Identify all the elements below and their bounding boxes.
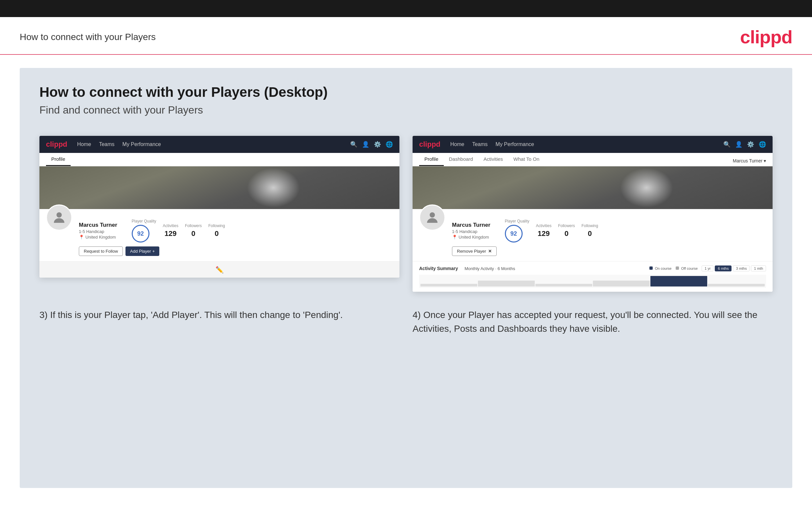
- right-activity-summary: Activity Summary Monthly Activity · 6 Mo…: [413, 261, 773, 292]
- left-player-handicap: 1-5 Handicap: [79, 229, 117, 234]
- right-following-label: Following: [581, 223, 598, 228]
- right-quality-label: Player Quality: [505, 219, 529, 223]
- main-content: How to connect with your Players (Deskto…: [20, 68, 792, 488]
- right-avatar: [419, 205, 445, 231]
- right-navbar: clippd Home Teams My Performance 🔍 👤 ⚙️ …: [413, 136, 773, 153]
- left-nav-home[interactable]: Home: [77, 142, 91, 147]
- left-app-logo: clippd: [46, 140, 67, 149]
- right-user-icon[interactable]: 👤: [735, 141, 742, 148]
- left-nav-icons: 🔍 👤 ⚙️ 🌐: [350, 141, 393, 148]
- remove-player-button[interactable]: Remove Player ✕: [452, 246, 497, 256]
- right-app-logo: clippd: [419, 140, 441, 149]
- right-tabs-left: Profile Dashboard Activities What To On: [419, 153, 545, 166]
- svg-point-1: [429, 212, 435, 218]
- left-caption-item: 3) If this is your Player tap, 'Add Play…: [39, 308, 399, 336]
- left-flag-icon[interactable]: 🌐: [386, 141, 393, 148]
- right-stat-followers: Followers 0: [558, 223, 575, 238]
- period-btn-1mth[interactable]: 1 mth: [751, 266, 766, 271]
- left-following-label: Following: [208, 223, 225, 228]
- left-avatar: [46, 205, 72, 231]
- page-footer: Copyright Clippd 2022: [0, 501, 812, 507]
- left-player-location: 📍 United Kingdom: [79, 235, 117, 239]
- left-quality-label: Player Quality: [132, 219, 156, 223]
- left-golf-bg: [39, 166, 399, 209]
- right-stat-activities: Activities 129: [536, 223, 552, 238]
- left-navbar: clippd Home Teams My Performance 🔍 👤 ⚙️ …: [39, 136, 399, 153]
- left-stat-quality: Player Quality 92: [132, 219, 156, 242]
- period-btn-1yr[interactable]: 1 yr: [702, 266, 713, 271]
- right-activity-period: Monthly Activity · 6 Months: [464, 266, 515, 271]
- right-tab-profile[interactable]: Profile: [419, 153, 444, 166]
- right-activity-chart: [419, 275, 766, 288]
- left-search-icon[interactable]: 🔍: [350, 141, 357, 148]
- remove-x-icon: ✕: [488, 249, 492, 253]
- right-tab-what-to-on[interactable]: What To On: [508, 153, 545, 166]
- right-tabs: Profile Dashboard Activities What To On …: [413, 153, 773, 166]
- right-on-course-legend: On course: [649, 267, 672, 270]
- period-btn-3mths[interactable]: 3 mths: [733, 266, 750, 271]
- right-nav-home[interactable]: Home: [450, 142, 464, 147]
- right-golf-bg: [413, 166, 773, 209]
- period-btn-6mths[interactable]: 6 mths: [715, 266, 731, 271]
- right-nav-performance[interactable]: My Performance: [496, 142, 534, 147]
- left-stat-followers: Followers 0: [185, 223, 202, 238]
- right-quality-circle: 92: [505, 225, 523, 242]
- left-edit-icon: ✏️: [215, 266, 224, 274]
- right-nav-icons: 🔍 👤 ⚙️ 🌐: [723, 141, 766, 148]
- right-period-btns: 1 yr 6 mths 3 mths 1 mth: [702, 266, 766, 271]
- left-hero-banner: [39, 166, 399, 209]
- add-icon: +: [152, 249, 155, 253]
- right-followers-label: Followers: [558, 223, 575, 228]
- left-stat-activities: Activities 129: [163, 223, 179, 238]
- right-on-course-dot: [649, 267, 653, 270]
- screenshots-row: clippd Home Teams My Performance 🔍 👤 ⚙️ …: [39, 136, 773, 292]
- left-nav-performance[interactable]: My Performance: [122, 142, 161, 147]
- captions-row: 3) If this is your Player tap, 'Add Play…: [39, 308, 773, 336]
- right-mock-app: clippd Home Teams My Performance 🔍 👤 ⚙️ …: [413, 136, 773, 292]
- right-search-icon[interactable]: 🔍: [723, 141, 730, 148]
- section-subtitle: Find and connect with your Players: [39, 104, 773, 116]
- right-player-location: 📍 United Kingdom: [452, 235, 491, 239]
- left-user-icon[interactable]: 👤: [362, 141, 369, 148]
- right-activity-controls: On course Off course 1 yr 6 mths 3: [649, 266, 766, 271]
- left-profile-info-col: Marcus Turner 1-5 Handicap 📍 United King…: [79, 222, 117, 239]
- right-nav-teams[interactable]: Teams: [472, 142, 488, 147]
- left-settings-icon[interactable]: ⚙️: [374, 141, 381, 148]
- left-following-value: 0: [208, 229, 225, 238]
- right-hero-banner: [413, 166, 773, 209]
- right-tab-dashboard[interactable]: Dashboard: [444, 153, 478, 166]
- page-header: How to connect with your Players clippd: [0, 17, 812, 55]
- right-off-course-dot: [676, 267, 679, 270]
- right-activities-label: Activities: [536, 223, 552, 228]
- right-settings-icon[interactable]: ⚙️: [747, 141, 754, 148]
- right-tab-user-label[interactable]: Marcus Turner ▾: [733, 156, 766, 166]
- left-mock-app: clippd Home Teams My Performance 🔍 👤 ⚙️ …: [39, 136, 399, 278]
- right-activity-header: Activity Summary Monthly Activity · 6 Mo…: [419, 266, 766, 271]
- right-tab-activities[interactable]: Activities: [478, 153, 508, 166]
- request-to-follow-button[interactable]: Request to Follow: [79, 246, 123, 256]
- page-title: How to connect with your Players: [20, 32, 156, 42]
- left-tab-profile[interactable]: Profile: [46, 153, 70, 166]
- left-stats-group: Player Quality 92 Activities 129 Followe…: [132, 219, 225, 242]
- right-off-course-legend: Off course: [676, 267, 698, 270]
- svg-point-0: [56, 212, 62, 218]
- right-activity-title: Activity Summary: [419, 266, 458, 271]
- right-followers-value: 0: [558, 229, 575, 238]
- add-player-button[interactable]: Add Player +: [125, 246, 159, 256]
- left-profile-content: Marcus Turner 1-5 Handicap 📍 United King…: [79, 214, 393, 256]
- left-activities-label: Activities: [163, 223, 179, 228]
- right-caption-text: 4) Once your Player has accepted your re…: [413, 308, 773, 336]
- right-flag-icon[interactable]: 🌐: [759, 141, 766, 148]
- left-followers-value: 0: [185, 229, 202, 238]
- left-edit-icon-area: ✏️: [39, 261, 399, 278]
- left-player-name: Marcus Turner: [79, 222, 117, 228]
- left-tabs-left: Profile: [46, 153, 70, 166]
- right-player-name: Marcus Turner: [452, 222, 491, 228]
- left-quality-circle: 92: [132, 225, 149, 242]
- section-title: How to connect with your Players (Deskto…: [39, 84, 773, 100]
- left-stat-following: Following 0: [208, 223, 225, 238]
- left-nav-teams[interactable]: Teams: [99, 142, 114, 147]
- left-followers-label: Followers: [185, 223, 202, 228]
- chart-bar-1: [420, 284, 477, 286]
- top-bar: [0, 0, 812, 17]
